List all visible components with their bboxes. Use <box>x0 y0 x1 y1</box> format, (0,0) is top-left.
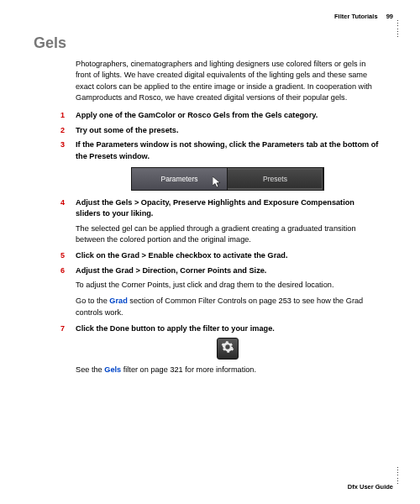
gels-link[interactable]: Gels <box>104 365 121 374</box>
paragraph-after-6: To adjust the Corner Points, just click … <box>76 280 380 291</box>
step-number: 2 <box>60 125 65 136</box>
grad-link[interactable]: Grad <box>109 297 127 305</box>
step-number: 1 <box>60 110 65 121</box>
gear-icon <box>221 340 234 357</box>
page-title: Gels <box>34 32 395 54</box>
footer-label: Dfx User Guide <box>348 483 393 492</box>
intro-paragraph: Photographers, cinematographers and ligh… <box>76 59 380 103</box>
decor-dots-bottom <box>397 467 398 484</box>
tab-bar-screenshot: Parameters Presets <box>131 167 324 191</box>
grad-pre: Go to the <box>76 297 109 305</box>
step-6: 6 Adjust the Grad > Direction, Corner Po… <box>76 265 380 276</box>
body-content: Photographers, cinematographers and ligh… <box>76 59 380 376</box>
decor-dots-top <box>397 20 398 37</box>
step-text: Adjust the Grad > Direction, Corner Poin… <box>76 266 266 275</box>
step-text: Click on the Grad > Enable checkbox to a… <box>76 251 287 260</box>
step-number: 4 <box>60 197 65 208</box>
tab-presets[interactable]: Presets <box>228 168 323 190</box>
step-2: 2 Try out some of the presets. <box>76 125 380 136</box>
step-text: Click the Done button to apply the filte… <box>76 324 275 333</box>
step-number: 7 <box>60 323 65 334</box>
step-text: If the Parameters window is not showing,… <box>76 140 378 160</box>
grad-reference: Go to the Grad section of Common Filter … <box>76 296 380 318</box>
step-1: 1 Apply one of the GamColor or Rosco Gel… <box>76 110 380 121</box>
step-number: 6 <box>60 265 65 276</box>
step-text: Try out some of the presets. <box>76 126 179 134</box>
step-3: 3 If the Parameters window is not showin… <box>76 139 380 162</box>
step-number: 3 <box>60 139 65 150</box>
step-text: Apply one of the GamColor or Rosco Gels … <box>76 111 318 119</box>
step-4: 4 Adjust the Gels > Opacity, Preserve Hi… <box>76 197 380 220</box>
section-label: Filter Tutorials <box>334 13 378 20</box>
page-number: 99 <box>386 13 393 20</box>
step-number: 5 <box>60 250 65 261</box>
done-button[interactable] <box>217 338 239 360</box>
step-5: 5 Click on the Grad > Enable checkbox to… <box>76 250 380 261</box>
paragraph-after-4: The selected gel can be applied through … <box>76 223 380 246</box>
step-text: Adjust the Gels > Opacity, Preserve High… <box>76 198 354 218</box>
page-header: Filter Tutorials 99 <box>334 13 393 22</box>
gels-reference: See the Gels filter on page 321 for more… <box>76 365 380 375</box>
gels-post: filter on page 321 for more information. <box>121 365 256 374</box>
gels-pre: See the <box>76 365 104 374</box>
step-7: 7 Click the Done button to apply the fil… <box>76 323 380 334</box>
